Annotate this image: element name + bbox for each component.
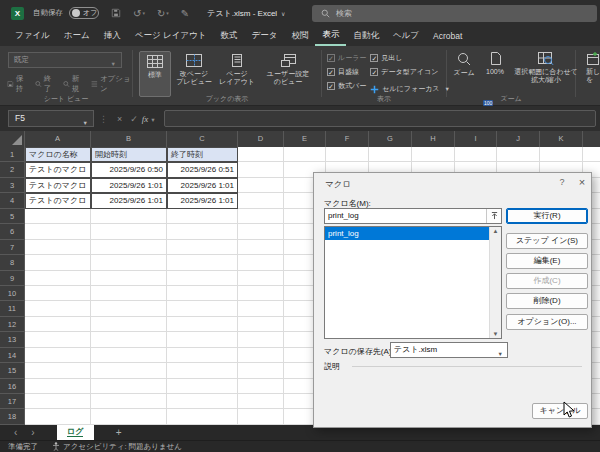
checkbox-row[interactable]: ✓ルーラー xyxy=(327,53,366,63)
cell[interactable] xyxy=(91,394,167,409)
cell[interactable] xyxy=(238,379,284,394)
help-icon[interactable]: ? xyxy=(554,177,570,187)
cell[interactable] xyxy=(238,317,284,332)
cell[interactable] xyxy=(167,224,238,239)
row-header-9[interactable]: 9 xyxy=(0,271,25,286)
cell[interactable] xyxy=(167,317,238,332)
edit-button[interactable]: 編集(E) xyxy=(506,253,588,269)
ribbon-tab-9[interactable]: 自動化 xyxy=(346,26,386,46)
ribbon-tab-2[interactable]: ホーム xyxy=(57,26,97,46)
cell[interactable]: テストのマクロ xyxy=(25,193,91,208)
cell[interactable]: 2025/9/26 1:01 xyxy=(91,178,167,193)
column-header-E[interactable]: E xyxy=(284,131,326,147)
ribbon-tab-7[interactable]: 校閲 xyxy=(284,26,315,46)
cell[interactable] xyxy=(238,209,284,224)
cell[interactable] xyxy=(91,317,167,332)
cell[interactable] xyxy=(238,162,284,177)
cell[interactable] xyxy=(25,394,91,409)
macro-location-dropdown[interactable]: テスト.xlsm▼ xyxy=(390,342,508,358)
row-header-13[interactable]: 13 xyxy=(0,332,25,347)
cell[interactable] xyxy=(25,286,91,301)
cell[interactable] xyxy=(25,379,91,394)
undo-icon[interactable]: ↺▾ xyxy=(133,8,145,19)
cell[interactable] xyxy=(25,255,91,270)
column-header-K[interactable]: K xyxy=(540,131,583,147)
row-header-15[interactable]: 15 xyxy=(0,363,25,378)
delete-button[interactable]: 削除(D) xyxy=(506,293,588,309)
save-icon[interactable] xyxy=(111,8,121,18)
cell[interactable] xyxy=(91,255,167,270)
checkbox-row[interactable]: ✓数式バー xyxy=(327,81,366,91)
cell[interactable] xyxy=(238,332,284,347)
step-into-button[interactable]: ステップ イン(S) xyxy=(506,233,588,249)
ribbon-tab-3[interactable]: 挿入 xyxy=(97,26,128,46)
cell[interactable]: 2025/9/26 0:51 xyxy=(167,162,238,177)
cell[interactable] xyxy=(455,147,497,162)
row-header-3[interactable]: 3 xyxy=(0,178,25,193)
cell[interactable] xyxy=(238,348,284,363)
cell[interactable] xyxy=(91,348,167,363)
row-header-12[interactable]: 12 xyxy=(0,317,25,332)
cell[interactable] xyxy=(25,332,91,347)
cell[interactable] xyxy=(326,147,369,162)
search-input[interactable]: 検索 xyxy=(312,5,597,22)
cell[interactable] xyxy=(25,209,91,224)
redo-icon[interactable]: ↻▾ xyxy=(157,8,169,19)
collapse-dialog-button[interactable] xyxy=(486,209,501,223)
macro-list-item[interactable]: print_log xyxy=(325,227,501,240)
cell[interactable] xyxy=(167,209,238,224)
cell[interactable] xyxy=(91,379,167,394)
ribbon-tab-10[interactable]: ヘルプ xyxy=(386,26,426,46)
new-window-button[interactable]: 新しいを xyxy=(586,52,600,84)
row-header-16[interactable]: 16 xyxy=(0,379,25,394)
cell[interactable] xyxy=(167,379,238,394)
options-button[interactable]: オプション xyxy=(91,74,132,94)
cell[interactable] xyxy=(91,224,167,239)
keep-button[interactable]: 保持 xyxy=(7,74,28,94)
row-header-8[interactable]: 8 xyxy=(0,255,25,270)
cell[interactable] xyxy=(167,409,238,424)
sheet-tab-log[interactable]: ログ xyxy=(57,425,94,440)
cell[interactable] xyxy=(238,409,284,424)
cell[interactable]: 2025/9/26 0:50 xyxy=(91,162,167,177)
ribbon-tab-4[interactable]: ページ レイアウト xyxy=(128,26,214,46)
cell[interactable] xyxy=(25,301,91,316)
name-box[interactable]: F5▼ xyxy=(8,110,94,127)
cell[interactable] xyxy=(238,271,284,286)
insert-function-icon[interactable]: fx xyxy=(142,114,149,124)
cell[interactable]: 2025/9/26 1:01 xyxy=(167,178,238,193)
cell[interactable]: 2025/9/26 1:01 xyxy=(91,193,167,208)
column-header-B[interactable]: B xyxy=(91,131,167,147)
row-header-11[interactable]: 11 xyxy=(0,301,25,316)
row-header-14[interactable]: 14 xyxy=(0,348,25,363)
cell[interactable]: テストのマクロ xyxy=(25,162,91,177)
ribbon-tab-8[interactable]: 表示 xyxy=(315,26,346,46)
column-header-I[interactable]: I xyxy=(455,131,497,147)
column-header-F[interactable]: F xyxy=(326,131,369,147)
focus-cell-button[interactable]: セルにフォーカス ▼ xyxy=(370,84,450,94)
column-header-J[interactable]: J xyxy=(497,131,540,147)
cell[interactable]: テストのマクロ xyxy=(25,178,91,193)
cell[interactable] xyxy=(91,209,167,224)
cell[interactable] xyxy=(167,255,238,270)
cell[interactable] xyxy=(238,394,284,409)
accessibility-icon[interactable] xyxy=(52,442,60,451)
cell[interactable] xyxy=(25,224,91,239)
cell[interactable] xyxy=(238,147,284,162)
scroll-up-icon[interactable]: ▲ xyxy=(490,228,501,234)
row-header-18[interactable]: 18 xyxy=(0,409,25,424)
cell[interactable] xyxy=(91,271,167,286)
row-header-4[interactable]: 4 xyxy=(0,193,25,208)
cell[interactable] xyxy=(25,363,91,378)
row-header-5[interactable]: 5 xyxy=(0,209,25,224)
cell[interactable] xyxy=(412,147,455,162)
row-header-17[interactable]: 17 xyxy=(0,394,25,409)
column-header-A[interactable]: A xyxy=(25,131,91,147)
ribbon-tab-5[interactable]: 数式 xyxy=(213,26,244,46)
prev-sheet-icon[interactable]: ‹ xyxy=(14,426,17,439)
sheet-view-dropdown[interactable]: 既定▼ xyxy=(8,52,122,68)
cell[interactable] xyxy=(167,240,238,255)
cell[interactable] xyxy=(497,147,540,162)
cell[interactable] xyxy=(238,286,284,301)
checkbox-row[interactable]: ✓目盛線 xyxy=(327,67,366,77)
